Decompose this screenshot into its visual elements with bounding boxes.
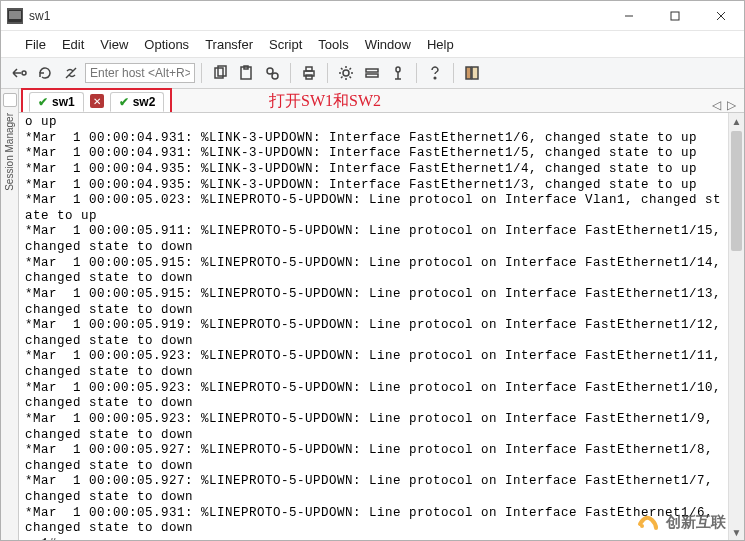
help-button[interactable] — [423, 61, 447, 85]
tab-prev-button[interactable]: ◁ — [712, 98, 721, 112]
scroll-up-icon[interactable]: ▲ — [729, 113, 744, 129]
svg-rect-18 — [366, 69, 378, 72]
annotation-text: 打开SW1和SW2 — [269, 91, 381, 112]
separator — [416, 63, 417, 83]
print-button[interactable] — [297, 61, 321, 85]
svg-point-13 — [272, 73, 278, 79]
svg-rect-16 — [306, 75, 312, 79]
separator — [290, 63, 291, 83]
menu-options[interactable]: Options — [138, 34, 195, 55]
check-icon: ✔ — [119, 95, 129, 109]
close-tab-button[interactable]: ✕ — [90, 94, 104, 108]
copy-button[interactable] — [208, 61, 232, 85]
watermark-logo-icon — [636, 510, 660, 534]
terminal-output[interactable]: o up *Mar 1 00:00:04.931: %LINK-3-UPDOWN… — [19, 113, 728, 540]
minimize-button[interactable] — [606, 1, 652, 31]
svg-rect-3 — [671, 12, 679, 20]
svg-rect-19 — [366, 74, 378, 77]
close-button[interactable] — [698, 1, 744, 31]
menu-help[interactable]: Help — [421, 34, 460, 55]
paste-button[interactable] — [234, 61, 258, 85]
svg-rect-20 — [396, 67, 400, 72]
window-title: sw1 — [29, 9, 50, 23]
menubar: File Edit View Options Transfer Script T… — [1, 31, 744, 57]
svg-point-12 — [267, 68, 273, 74]
svg-rect-23 — [472, 67, 478, 79]
titlebar: sw1 — [1, 1, 744, 31]
menu-transfer[interactable]: Transfer — [199, 34, 259, 55]
svg-point-17 — [343, 70, 349, 76]
toolbar — [1, 57, 744, 89]
tab-label: sw2 — [133, 95, 156, 109]
tab-label: sw1 — [52, 95, 75, 109]
watermark-text: 创新互联 — [666, 513, 726, 532]
tab-sw1[interactable]: ✔ sw1 — [29, 92, 84, 112]
svg-rect-15 — [306, 67, 312, 71]
reconnect-button[interactable] — [33, 61, 57, 85]
maximize-button[interactable] — [652, 1, 698, 31]
menu-script[interactable]: Script — [263, 34, 308, 55]
disconnect-button[interactable] — [59, 61, 83, 85]
svg-rect-22 — [466, 67, 471, 79]
watermark: 创新互联 — [636, 510, 726, 534]
separator — [201, 63, 202, 83]
svg-rect-1 — [9, 11, 21, 19]
menu-file[interactable]: File — [19, 34, 52, 55]
host-input[interactable] — [85, 63, 195, 83]
keymap-button[interactable] — [386, 61, 410, 85]
tab-bar: ✔ sw1 ✕ ✔ sw2 打开SW1和SW2 ◁ ▷ — [19, 89, 744, 113]
session-manager-button[interactable] — [460, 61, 484, 85]
tab-group-highlight: ✔ sw1 ✕ ✔ sw2 — [21, 88, 172, 112]
menu-window[interactable]: Window — [359, 34, 417, 55]
menu-tools[interactable]: Tools — [312, 34, 354, 55]
svg-point-6 — [22, 71, 26, 75]
separator — [327, 63, 328, 83]
check-icon: ✔ — [38, 95, 48, 109]
scroll-thumb[interactable] — [731, 131, 742, 251]
find-button[interactable] — [260, 61, 284, 85]
separator — [453, 63, 454, 83]
options-button[interactable] — [334, 61, 358, 85]
svg-point-24 — [640, 524, 644, 528]
scroll-down-icon[interactable]: ▼ — [729, 524, 744, 540]
terminal-scrollbar[interactable]: ▲ ▼ — [728, 113, 744, 540]
menu-view[interactable]: View — [94, 34, 134, 55]
tab-sw2[interactable]: ✔ sw2 — [110, 92, 165, 112]
tab-next-button[interactable]: ▷ — [727, 98, 736, 112]
sidebar-label: Session Manager — [4, 113, 15, 191]
session-manager-sidebar[interactable]: Session Manager — [1, 89, 19, 540]
session-options-button[interactable] — [360, 61, 384, 85]
app-window: sw1 File Edit View Options Transfer Scri… — [0, 0, 745, 541]
app-icon — [7, 8, 23, 24]
sidebar-toggle-icon[interactable] — [3, 93, 17, 107]
svg-point-21 — [434, 77, 436, 79]
quick-connect-button[interactable] — [7, 61, 31, 85]
menu-edit[interactable]: Edit — [56, 34, 90, 55]
